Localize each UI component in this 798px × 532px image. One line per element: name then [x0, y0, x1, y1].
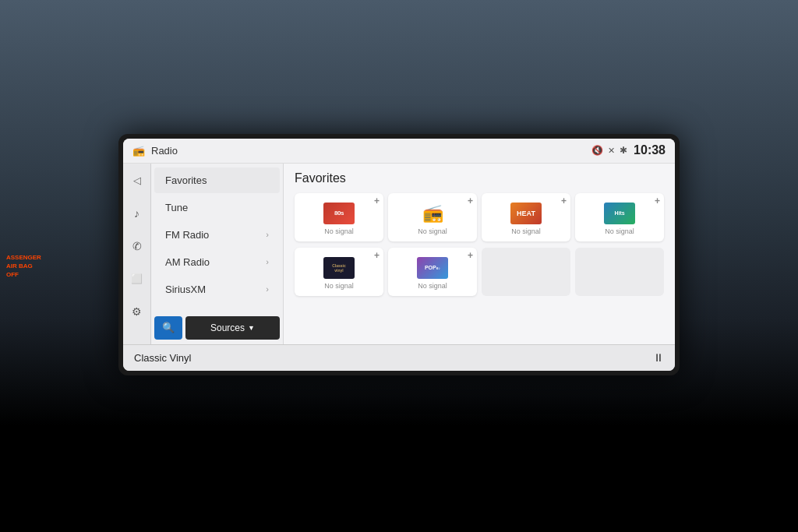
main-content: ◁ ♪ ✆ ⬜ ⚙ Favorites Tune FM Radio › — [123, 164, 675, 344]
add-icon-5: + — [374, 250, 380, 261]
airbag-warning: ASSENGER AIR BAG OFF — [6, 253, 41, 280]
volume-icon: 🔇 — [591, 145, 603, 156]
top-bar-left: 📻 Radio — [132, 145, 178, 157]
infotainment-screen: 📻 Radio 🔇 ✕ ✱ 10:38 ◁ ♪ ✆ ⬜ ⚙ — [123, 139, 675, 371]
logo-hits: Hits — [603, 201, 636, 226]
signal-text-2: No signal — [418, 227, 447, 235]
favorite-card-2[interactable]: + 📻 No signal — [388, 193, 477, 241]
pause-icon[interactable]: ⏸ — [653, 351, 664, 364]
favorite-card-1[interactable]: + 80s No signal — [295, 193, 383, 241]
sources-button[interactable]: Sources ▼ — [185, 316, 280, 340]
sources-button-label: Sources — [210, 322, 245, 333]
favorite-card-5[interactable]: + Classicvinyl No signal — [295, 248, 383, 296]
nav-item-siriusxm[interactable]: SiriusXM › — [154, 277, 280, 302]
status-icons: 🔇 ✕ ✱ — [591, 145, 627, 156]
section-title: Favorites — [295, 171, 664, 185]
warning-line1: ASSENGER — [6, 254, 41, 261]
now-playing-bar: Classic Vinyl ⏸ — [123, 344, 675, 371]
nav-item-am-radio[interactable]: AM Radio › — [154, 249, 280, 275]
signal-cross-icon: ✕ — [608, 146, 615, 156]
sources-chevron-icon: ▼ — [248, 324, 255, 332]
favorite-card-3[interactable]: + HEAT No signal — [482, 193, 570, 241]
siriusxm-chevron: › — [266, 284, 269, 294]
now-playing-title: Classic Vinyl — [134, 352, 191, 364]
nav-menu: Favorites Tune FM Radio › AM Radio › Sir… — [151, 164, 284, 344]
fm-radio-chevron: › — [266, 230, 269, 239]
nav-item-favorites-label: Favorites — [165, 174, 207, 186]
sidebar-icon-navigation[interactable]: ◁ — [126, 170, 148, 192]
logo-pop: POPe♪ — [416, 255, 449, 280]
favorite-card-6[interactable]: + POPe♪ No signal — [388, 248, 477, 296]
logo-80s: 80s — [323, 201, 355, 226]
add-icon-3: + — [561, 196, 567, 206]
add-icon-4: + — [655, 196, 660, 206]
favorites-grid-row1: + 80s No signal + 📻 — [295, 193, 664, 241]
logo-classic-vinyl: Classicvinyl — [323, 255, 355, 280]
nav-item-fm-radio[interactable]: FM Radio › — [154, 222, 280, 248]
warning-line2: AIR BAG — [6, 262, 33, 270]
top-bar-right: 🔇 ✕ ✱ 10:38 — [591, 143, 666, 157]
nav-item-tune-label: Tune — [165, 202, 188, 213]
signal-text-3: No signal — [511, 227, 541, 235]
sidebar-icon-settings[interactable]: ⚙ — [126, 301, 148, 322]
radio-icon: 📻 — [132, 145, 145, 157]
search-button[interactable]: 🔍 — [154, 316, 182, 340]
logo-heat: HEAT — [510, 201, 542, 226]
favorites-grid-row2: + Classicvinyl No signal + POPe♪ No sign… — [295, 248, 664, 296]
sidebar-icon-music[interactable]: ♪ — [126, 203, 148, 224]
screen-title: Radio — [151, 145, 178, 157]
signal-text-4: No signal — [605, 227, 634, 235]
clock: 10:38 — [634, 143, 666, 157]
screen-wrapper: 📻 Radio 🔇 ✕ ✱ 10:38 ◁ ♪ ✆ ⬜ ⚙ — [118, 134, 680, 375]
bluetooth-icon: ✱ — [620, 145, 627, 156]
signal-text-6: No signal — [418, 282, 447, 290]
sidebar-icons: ◁ ♪ ✆ ⬜ ⚙ — [123, 164, 151, 344]
favorite-card-8-empty — [575, 248, 664, 296]
favorite-card-7-empty — [482, 248, 570, 296]
nav-item-fm-label: FM Radio — [165, 229, 209, 241]
nav-item-tune[interactable]: Tune — [154, 195, 280, 220]
nav-actions: 🔍 Sources ▼ — [151, 312, 283, 344]
signal-text-1: No signal — [324, 227, 354, 235]
top-bar: 📻 Radio 🔇 ✕ ✱ 10:38 — [123, 139, 675, 164]
am-radio-chevron: › — [266, 257, 269, 266]
add-icon-2: + — [468, 196, 473, 206]
nav-item-favorites[interactable]: Favorites — [154, 167, 280, 193]
sidebar-icon-phone[interactable]: ✆ — [126, 235, 148, 257]
favorite-card-4[interactable]: + Hits No signal — [575, 193, 664, 241]
warning-line3: OFF — [6, 271, 19, 278]
nav-item-am-label: AM Radio — [165, 256, 210, 268]
sidebar-icon-car[interactable]: ⬜ — [126, 268, 148, 290]
nav-item-siriusxm-label: SiriusXM — [165, 284, 206, 295]
add-icon-1: + — [374, 196, 380, 206]
add-icon-6: + — [468, 250, 473, 261]
logo-radio: 📻 — [416, 201, 449, 226]
search-icon: 🔍 — [162, 322, 175, 333]
signal-text-5: No signal — [324, 282, 354, 290]
content-area: Favorites + 80s No signal — [284, 164, 675, 344]
